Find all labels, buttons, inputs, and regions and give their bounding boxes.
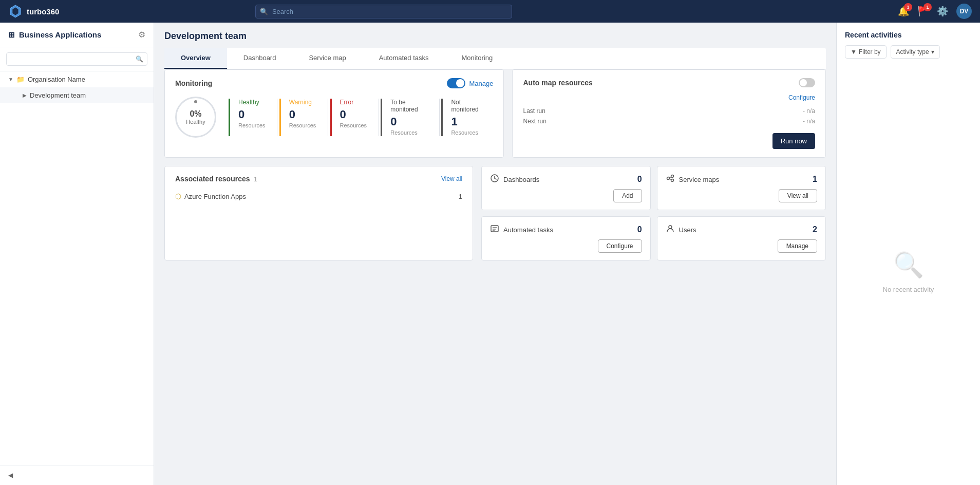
tab-overview[interactable]: Overview [164, 48, 227, 69]
assoc-item: ⬡ Azure Function Apps 1 [175, 189, 462, 203]
assoc-count: 1 [254, 176, 257, 183]
automated-tasks-count: 0 [637, 225, 642, 234]
top-content-row: Monitoring Manage 0% Healthy [164, 69, 826, 158]
automap-header: Auto map resources [523, 78, 815, 87]
users-manage-button[interactable]: Manage [778, 239, 817, 253]
tab-monitoring[interactable]: Monitoring [445, 48, 510, 69]
grid-cards: Dashboards 0 Add Service m [481, 166, 826, 260]
users-card-left: Users [666, 224, 696, 235]
filter-by-button[interactable]: ▼ Filter by [845, 45, 887, 59]
stat-error-sub: Resources [340, 122, 367, 128]
stat-not-monitored-label: Not monitored [451, 99, 481, 113]
bottom-row: Associated resources 1 View all ⬡ Azure … [164, 166, 826, 260]
manage-toggle[interactable]: Manage [447, 78, 494, 88]
service-maps-card: Service maps 1 View all [657, 166, 826, 210]
run-now-button[interactable]: Run now [772, 133, 815, 149]
sidebar-search-input[interactable] [6, 52, 147, 66]
sidebar-title: ⊞ Business Applications [8, 30, 101, 40]
assoc-header: Associated resources 1 View all [175, 175, 462, 183]
app-name: turbo360 [27, 7, 59, 16]
stat-warning-sub: Resources [289, 122, 316, 128]
monitoring-title: Monitoring [175, 79, 212, 87]
search-bar: 🔍 [255, 5, 512, 18]
manage-label: Manage [469, 80, 494, 87]
activity-type-select[interactable]: Activity type ▾ [891, 45, 940, 59]
settings-button[interactable]: ⚙️ [937, 6, 948, 17]
assoc-view-all-link[interactable]: View all [441, 175, 462, 182]
nav-icons: 🔔 3 🚩 1 ⚙️ DV [898, 4, 972, 19]
sidebar-item-development-team[interactable]: ▶ Development team [0, 87, 154, 103]
stat-to-be-monitored: To be monitored 0 Resources [381, 99, 437, 136]
automap-card: Auto map resources Configure Last run - … [512, 69, 826, 158]
assoc-item-label: Azure Function Apps [184, 193, 246, 200]
stat-monitored-label: To be monitored [390, 99, 424, 113]
avatar-button[interactable]: DV [956, 4, 972, 19]
avatar-label: DV [960, 8, 969, 15]
service-maps-icon [666, 174, 675, 185]
users-card: Users 2 Manage [657, 216, 826, 260]
alerts-button[interactable]: 🚩 1 [917, 6, 929, 17]
top-navigation: turbo360 🔍 🔔 3 🚩 1 ⚙️ DV [0, 0, 980, 23]
configure-link[interactable]: Configure [788, 94, 815, 101]
stat-healthy-sub: Resources [238, 122, 266, 128]
service-maps-title: Service maps [679, 176, 720, 183]
dashboards-add-button[interactable]: Add [613, 189, 642, 202]
stat-divider-2 [328, 99, 328, 136]
stat-error-label: Error [340, 99, 364, 106]
search-input[interactable] [255, 5, 512, 18]
automated-tasks-title: Automated tasks [503, 226, 553, 234]
monitoring-card-header: Monitoring Manage [175, 78, 493, 88]
empty-state-illustration: 🔍 [893, 251, 924, 279]
stat-warning: Warning 0 Resources [279, 99, 326, 136]
users-title: Users [679, 226, 696, 234]
dashboards-title: Dashboards [503, 176, 539, 183]
tab-service-map[interactable]: Service map [292, 48, 362, 69]
assoc-item-value: 1 [459, 193, 462, 200]
tab-automated-tasks[interactable]: Automated tasks [363, 48, 445, 69]
chevron-down-icon: ▾ [931, 48, 934, 55]
automated-tasks-configure-button[interactable]: Configure [598, 239, 642, 253]
service-maps-card-left: Service maps [666, 174, 720, 185]
azure-function-icon: ⬡ [175, 192, 181, 200]
configure-link-area: Configure [523, 94, 815, 101]
automap-toggle[interactable] [799, 78, 815, 87]
automated-tasks-card-header: Automated tasks 0 [490, 224, 642, 235]
stat-monitored-sub: Resources [390, 129, 418, 136]
sidebar-search-wrap: 🔍 [6, 52, 147, 66]
stat-error: Error 0 Resources [330, 99, 376, 136]
org-tree-item[interactable]: ▼ 📁 Organisation Name [0, 71, 154, 87]
recent-activities-panel: Recent activities ▼ Filter by Activity t… [836, 23, 980, 485]
assoc-item-left: ⬡ Azure Function Apps [175, 192, 246, 200]
users-card-header: Users 2 [666, 224, 817, 235]
stat-not-monitored: Not monitored 1 Resources [441, 99, 493, 136]
app-layout: ⊞ Business Applications ⚙ 🔍 ▼ 📁 Organisa… [0, 0, 980, 485]
svg-line-7 [669, 179, 671, 180]
collapse-sidebar-button[interactable]: ◀ [8, 472, 13, 479]
monitoring-toggle[interactable] [447, 78, 465, 88]
stat-divider-1 [277, 99, 277, 136]
dashboards-card-left: Dashboards [490, 174, 539, 185]
chevron-left-icon: ◀ [8, 472, 13, 479]
last-run-value: - n/a [803, 107, 815, 115]
logo-area[interactable]: turbo360 [8, 4, 59, 18]
svg-point-4 [671, 175, 673, 178]
service-maps-count: 1 [813, 175, 817, 184]
dashboards-card: Dashboards 0 Add [481, 166, 650, 210]
stat-warning-label: Warning [289, 99, 313, 106]
dashboards-count: 0 [637, 175, 642, 184]
stat-monitored-value: 0 [390, 115, 424, 128]
service-maps-card-header: Service maps 1 [666, 174, 817, 185]
folder-icon: 📁 [16, 76, 25, 83]
tab-dashboard[interactable]: Dashboard [227, 48, 293, 69]
sidebar-settings-icon[interactable]: ⚙ [138, 30, 145, 40]
health-label: Healthy [186, 119, 205, 125]
notifications-button[interactable]: 🔔 3 [898, 6, 909, 17]
svg-point-12 [669, 226, 672, 229]
stat-divider-4 [439, 99, 440, 136]
last-run-row: Last run - n/a [523, 107, 815, 115]
recent-activities-title: Recent activities [845, 31, 972, 39]
stat-warning-value: 0 [289, 108, 313, 121]
assoc-title-area: Associated resources 1 [175, 175, 257, 183]
no-activity-label: No recent activity [883, 286, 934, 293]
service-maps-view-all-button[interactable]: View all [779, 189, 817, 202]
